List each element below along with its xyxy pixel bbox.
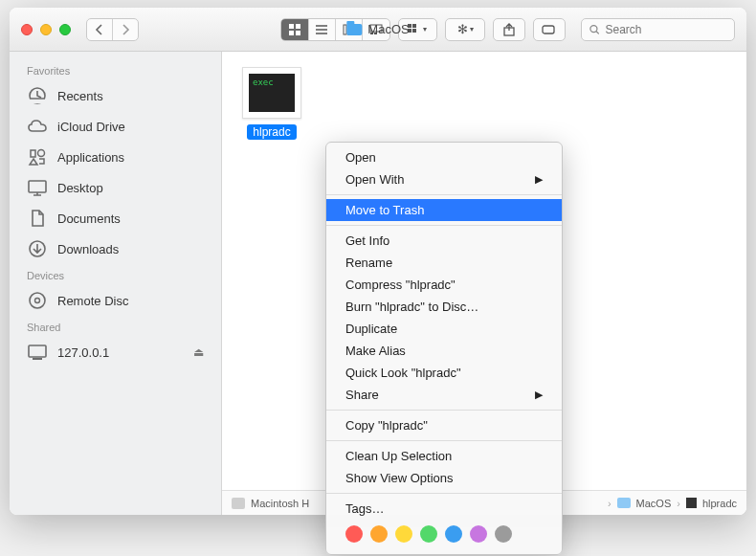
- zoom-icon[interactable]: [59, 24, 71, 35]
- eject-icon[interactable]: ⏏: [193, 345, 204, 359]
- tag-color[interactable]: [395, 525, 412, 543]
- view-list-button[interactable]: [308, 19, 335, 40]
- menu-item-copy-hlpradc[interactable]: Copy "hlpradc": [326, 414, 562, 436]
- menu-separator: [326, 194, 562, 195]
- tag-color[interactable]: [495, 525, 512, 543]
- svg-rect-7: [344, 25, 346, 34]
- menu-separator: [326, 410, 562, 411]
- svg-rect-18: [543, 26, 554, 33]
- tag-colors-row: [326, 520, 562, 550]
- menu-separator: [326, 493, 562, 494]
- menu-item-show-view-options[interactable]: Show View Options: [326, 467, 562, 489]
- menu-item-clean-up-selection[interactable]: Clean Up Selection: [326, 445, 562, 467]
- svg-rect-32: [33, 358, 42, 360]
- menu-item-share[interactable]: Share▶: [326, 384, 562, 406]
- svg-point-24: [38, 150, 45, 157]
- sidebar-item-label: 127.0.0.1: [57, 345, 109, 360]
- sidebar-item-icloud[interactable]: iCloud Drive: [10, 111, 221, 142]
- menu-item-compress-hlpradc[interactable]: Compress "hlpradc": [326, 274, 562, 296]
- icloud-icon: [27, 116, 48, 137]
- menu-item-burn-hlpradc-to-disc[interactable]: Burn "hlpradc" to Disc…: [326, 296, 562, 318]
- svg-point-19: [590, 25, 597, 32]
- back-button[interactable]: [87, 19, 112, 40]
- sidebar-item-label: iCloud Drive: [57, 120, 125, 134]
- tag-color[interactable]: [345, 525, 363, 543]
- path-file[interactable]: hlpradc: [702, 498, 737, 509]
- chevron-right-icon: ›: [608, 498, 611, 509]
- svg-rect-16: [412, 29, 416, 33]
- search-input[interactable]: [605, 23, 726, 36]
- menu-item-open-with[interactable]: Open With▶: [326, 168, 562, 190]
- tag-color[interactable]: [470, 525, 487, 543]
- tag-color[interactable]: [370, 525, 388, 543]
- svg-rect-0: [289, 24, 294, 29]
- chevron-right-icon: ▶: [535, 173, 543, 186]
- menu-item-open[interactable]: Open: [326, 146, 562, 168]
- forward-button[interactable]: [112, 19, 137, 40]
- file-mini-icon: [686, 498, 697, 508]
- svg-rect-31: [29, 345, 46, 357]
- disk-icon: [232, 498, 245, 509]
- share-button[interactable]: [493, 18, 525, 41]
- menu-separator: [326, 440, 562, 441]
- svg-rect-2: [289, 31, 294, 35]
- action-button[interactable]: ✻▾: [445, 18, 485, 41]
- sidebar-item-label: Downloads: [57, 242, 119, 256]
- sidebar-item-desktop[interactable]: Desktop: [10, 172, 221, 203]
- minimize-icon[interactable]: [40, 24, 52, 35]
- sidebar-item-applications[interactable]: Applications: [10, 142, 221, 172]
- search-box[interactable]: [581, 18, 735, 41]
- menu-item-tags[interactable]: Tags…: [326, 498, 562, 520]
- sidebar-item-documents[interactable]: Documents: [10, 203, 221, 234]
- desktop-icon: [27, 177, 48, 198]
- svg-point-29: [30, 293, 45, 308]
- exec-badge-text: exec: [253, 78, 274, 87]
- sidebar-item-label: Documents: [57, 211, 121, 226]
- menu-item-rename[interactable]: Rename: [326, 252, 562, 274]
- menu-item-duplicate[interactable]: Duplicate: [326, 318, 562, 340]
- sidebar-item-label: Applications: [57, 150, 124, 165]
- tags-button[interactable]: [533, 18, 566, 41]
- menu-item-move-to-trash[interactable]: Move to Trash: [326, 199, 562, 221]
- sidebar-item-network-host[interactable]: 127.0.0.1⏏: [10, 337, 221, 367]
- sidebar-item-label: Desktop: [57, 181, 103, 195]
- sidebar-item-remote-disc[interactable]: Remote Disc: [10, 285, 221, 316]
- file-label: hlpradc: [247, 124, 296, 140]
- path-folder[interactable]: MacOS: [636, 498, 672, 509]
- menu-item-quick-look-hlpradc[interactable]: Quick Look "hlpradc": [326, 362, 562, 384]
- traffic-lights: [21, 24, 71, 35]
- menu-item-get-info[interactable]: Get Info: [326, 230, 562, 252]
- view-icons-button[interactable]: [281, 19, 308, 40]
- tag-color[interactable]: [445, 525, 462, 543]
- titlebar: MacOS ▾ ✻▾: [10, 8, 746, 52]
- exec-icon: exec: [242, 67, 301, 119]
- svg-rect-1: [296, 24, 300, 29]
- apps-icon: [27, 146, 48, 167]
- documents-icon: [27, 208, 48, 229]
- svg-rect-25: [29, 181, 46, 192]
- nav-buttons: [86, 18, 139, 41]
- folder-icon: [617, 498, 631, 508]
- window-title: MacOS: [346, 22, 409, 36]
- svg-point-30: [35, 299, 40, 303]
- disc-icon: [27, 290, 48, 311]
- menu-item-make-alias[interactable]: Make Alias: [326, 340, 562, 362]
- window-title-text: MacOS: [367, 22, 409, 36]
- svg-rect-3: [296, 31, 300, 35]
- file-item-hlpradc[interactable]: exec hlpradc: [237, 67, 306, 140]
- folder-icon: [346, 24, 362, 35]
- close-icon[interactable]: [21, 24, 33, 35]
- sidebar-item-recents[interactable]: Recents: [10, 80, 221, 111]
- path-disk[interactable]: Macintosh H: [251, 498, 309, 509]
- downloads-icon: [27, 238, 48, 259]
- tag-color[interactable]: [420, 525, 437, 543]
- sidebar-item-label: Recents: [57, 89, 103, 103]
- sidebar-item-label: Remote Disc: [57, 294, 128, 308]
- sidebar-section-devices: Devices: [10, 264, 221, 285]
- sidebar: Favorites Recents iCloud Drive Applicati…: [10, 52, 222, 515]
- sidebar-section-favorites: Favorites: [10, 59, 221, 80]
- clock-icon: [27, 85, 48, 106]
- sidebar-item-downloads[interactable]: Downloads: [10, 234, 221, 264]
- menu-separator: [326, 225, 562, 226]
- context-menu: OpenOpen With▶Move to TrashGet InfoRenam…: [325, 142, 563, 555]
